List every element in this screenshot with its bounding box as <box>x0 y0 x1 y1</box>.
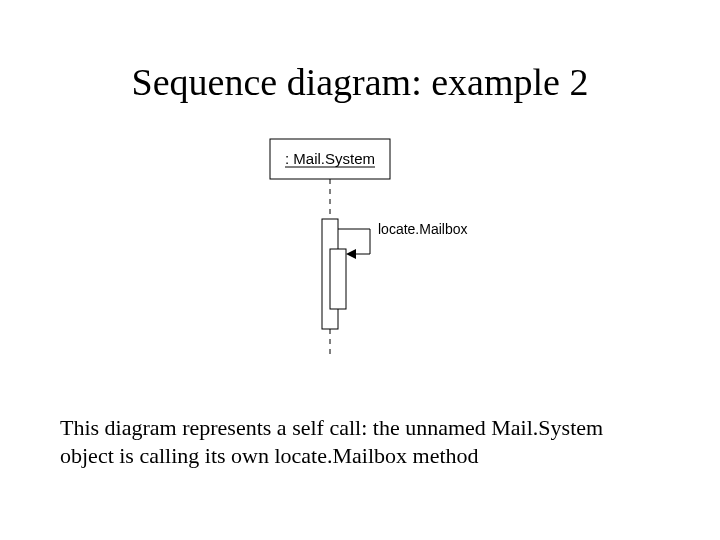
sequence-diagram-svg: : Mail.System locate.Mailbox <box>230 134 490 364</box>
sequence-diagram: : Mail.System locate.Mailbox <box>60 134 660 364</box>
activation-inner <box>330 249 346 309</box>
message-label: locate.Mailbox <box>378 221 468 237</box>
caption-text: This diagram represents a self call: the… <box>60 414 660 469</box>
slide-root: Sequence diagram: example 2 : Mail.Syste… <box>0 0 720 540</box>
slide-title: Sequence diagram: example 2 <box>60 60 660 104</box>
participant-label: : Mail.System <box>285 150 375 167</box>
selfcall-arrowhead <box>346 249 356 259</box>
